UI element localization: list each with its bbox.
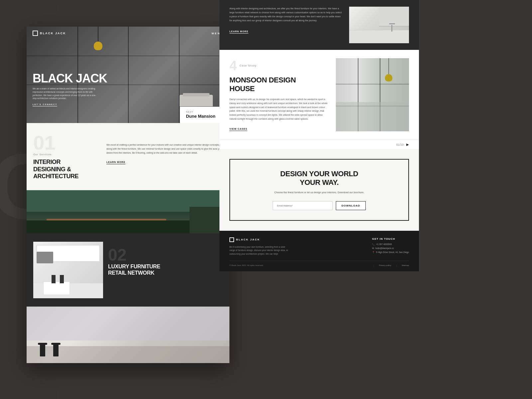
services-title: INTERIORDESIGNING &ARCHITECTURE bbox=[33, 159, 100, 180]
hero-content: BLACK JACK We are a team of skilled arch… bbox=[33, 72, 107, 106]
privacy-policy-link[interactable]: Privacy policy bbox=[379, 264, 391, 266]
case-study-section: 4 Case Study MONSOON DESIGNHOUSE Darryl … bbox=[219, 50, 419, 140]
get-in-touch-label: GET IN TOUCH bbox=[372, 237, 409, 240]
second-room-image bbox=[27, 307, 229, 363]
microwave bbox=[37, 252, 53, 263]
logo-icon bbox=[33, 31, 38, 36]
footer-logo: BLACK JACK bbox=[229, 237, 289, 242]
services-label: Our Services bbox=[33, 153, 100, 156]
email-input[interactable] bbox=[273, 201, 332, 210]
cta-box: DESIGN YOUR WORLDYOUR WAY. Choose the fi… bbox=[229, 159, 409, 221]
footer-logo-text: BLACK JACK bbox=[236, 238, 260, 241]
left-panel: BLACK JACK MENU BLACK JACK We are a team… bbox=[27, 27, 229, 363]
cta-title: DESIGN YOUR WORLDYOUR WAY. bbox=[243, 170, 395, 187]
sitemap-link[interactable]: Sitemap bbox=[402, 264, 409, 266]
pagination-row: 01/10 ▶ bbox=[219, 140, 419, 149]
case-study-description: Darryl connected with us, to design his … bbox=[229, 97, 329, 121]
top-learn-more[interactable]: LEARN MORE bbox=[229, 30, 248, 34]
footer-top: BLACK JACK Be it customising your own fu… bbox=[229, 237, 409, 256]
footer-tagline: Be it customising your own furniture, se… bbox=[229, 245, 289, 256]
services-description: We excel at crafting a perfect ambience … bbox=[106, 143, 223, 155]
kitchen-image-top bbox=[349, 7, 409, 43]
furniture-number: 02 bbox=[108, 247, 160, 263]
furniture-section: 02 LUXURY FURNITURERETAIL NETWORK bbox=[27, 233, 229, 307]
services-number: 01 bbox=[33, 133, 100, 153]
footer: BLACK JACK Be it customising your own fu… bbox=[219, 231, 419, 271]
footer-contact: GET IN TOUCH 📞 +1 097 4630908 ✉ hello@bl… bbox=[372, 237, 409, 256]
email-icon: ✉ bbox=[372, 247, 374, 250]
hero-title: BLACK JACK bbox=[33, 72, 107, 84]
footer-phone: 📞 +1 097 4630908 bbox=[372, 243, 409, 246]
footer-bottom: © Black Jack 2023. All rights reserved. … bbox=[229, 261, 409, 266]
services-section: 01 Our Services INTERIORDESIGNING &ARCHI… bbox=[27, 123, 229, 190]
pagination-number: 01/10 bbox=[396, 143, 404, 146]
footer-left: BLACK JACK Be it customising your own fu… bbox=[229, 237, 289, 256]
top-dark-section: Along with interior designing and archit… bbox=[219, 0, 419, 50]
footer-address: 📍 9 High Drive Street, HI, San Diego bbox=[372, 251, 409, 254]
top-section-description: Along with interior designing and archit… bbox=[229, 7, 342, 23]
cta-description: Choose the finest furniture or let us de… bbox=[243, 191, 395, 195]
case-study-left: 4 Case Study MONSOON DESIGNHOUSE Darryl … bbox=[229, 58, 329, 131]
phone-icon: 📞 bbox=[372, 243, 375, 246]
kitchen-island bbox=[43, 282, 70, 295]
bar-stool-2 bbox=[60, 275, 64, 283]
top-dark-text: Along with interior designing and archit… bbox=[229, 7, 342, 43]
next-label: NEXT bbox=[186, 111, 215, 113]
cta-section: DESIGN YOUR WORLDYOUR WAY. Choose the fi… bbox=[219, 149, 419, 231]
case-study-label: Case Study bbox=[239, 64, 256, 67]
services-learn-more[interactable]: LEARN MORE bbox=[106, 161, 125, 164]
next-title: Dune Mansion bbox=[186, 114, 215, 119]
case-label-row: 4 Case Study bbox=[229, 58, 329, 73]
logo-text: BLACK JACK bbox=[40, 32, 66, 35]
services-right: We excel at crafting a perfect ambience … bbox=[106, 133, 223, 180]
right-panel: Along with interior designing and archit… bbox=[219, 0, 419, 271]
services-left: 01 Our Services INTERIORDESIGNING &ARCHI… bbox=[33, 133, 100, 180]
next-project-info: NEXT Dune Mansion bbox=[186, 111, 215, 119]
copyright: © Black Jack 2023. All rights reserved. bbox=[229, 264, 368, 266]
hero-nav: BLACK JACK MENU bbox=[27, 27, 229, 40]
lets-connect-button[interactable]: LET'S CONNECT bbox=[33, 103, 57, 106]
view-cases-button[interactable]: VIEW CASES bbox=[229, 128, 247, 131]
pagination-arrow[interactable]: ▶ bbox=[406, 143, 409, 146]
logo: BLACK JACK bbox=[33, 31, 66, 36]
location-icon: 📍 bbox=[372, 251, 375, 254]
furniture-title: LUXURY FURNITURERETAIL NETWORK bbox=[108, 263, 160, 276]
furniture-content: 02 LUXURY FURNITURERETAIL NETWORK bbox=[108, 242, 160, 298]
hero-section: BLACK JACK MENU BLACK JACK We are a team… bbox=[27, 27, 229, 123]
furniture-kitchen-image bbox=[33, 242, 103, 298]
footer-logo-icon bbox=[229, 237, 234, 242]
hero-description: We are a team of skilled architects and … bbox=[33, 87, 99, 100]
download-button[interactable]: DOWNLOAD bbox=[336, 201, 366, 210]
case-number: 4 bbox=[229, 58, 237, 73]
dining-room-image bbox=[27, 190, 229, 233]
footer-email: ✉ hello@blackjack.co bbox=[372, 247, 409, 250]
bar-stool-1 bbox=[52, 275, 56, 283]
case-study-image bbox=[336, 58, 409, 131]
cta-form: DOWNLOAD bbox=[243, 201, 395, 210]
case-study-title: MONSOON DESIGNHOUSE bbox=[229, 76, 329, 93]
